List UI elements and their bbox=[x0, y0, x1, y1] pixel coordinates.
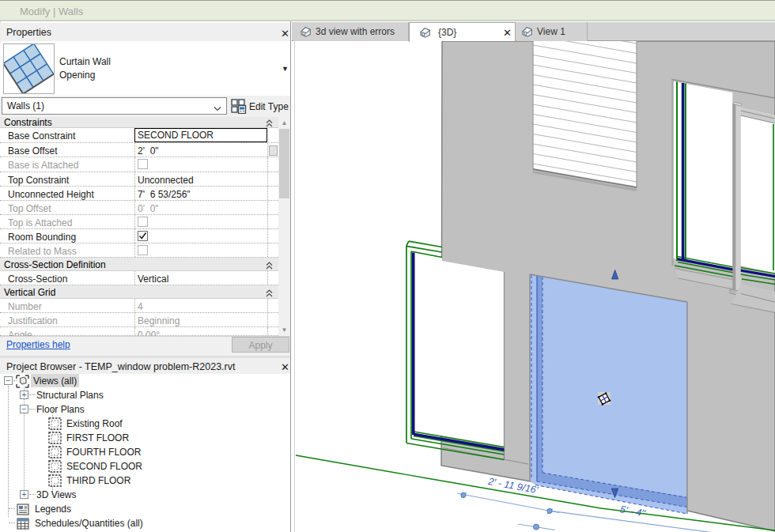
svg-text:5' - 4": 5' - 4" bbox=[619, 504, 646, 519]
